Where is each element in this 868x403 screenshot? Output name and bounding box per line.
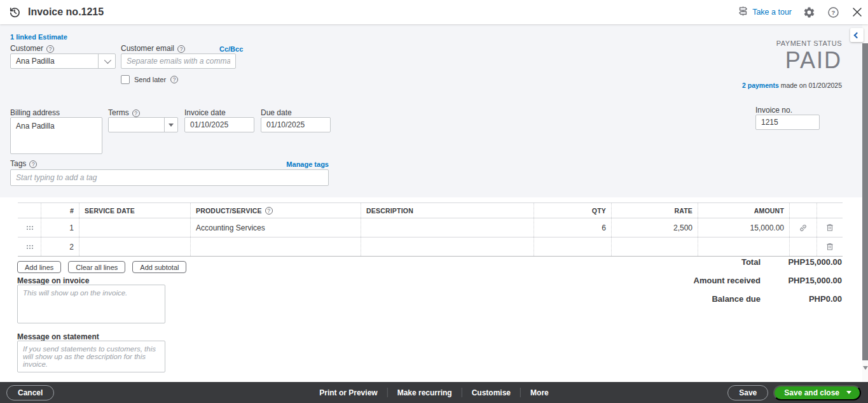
close-icon[interactable]	[850, 5, 864, 19]
tags-input[interactable]	[10, 169, 329, 186]
customise-button[interactable]: Customise	[462, 388, 520, 397]
trash-icon[interactable]	[817, 218, 843, 237]
payments-made-text: made on 01/20/2025	[779, 81, 842, 89]
save-and-close-button[interactable]: Save and close	[773, 385, 861, 400]
save-and-close-label: Save and close	[784, 388, 839, 397]
message-on-invoice-input[interactable]	[17, 285, 165, 323]
invoice-no-input[interactable]	[755, 115, 820, 130]
save-button[interactable]: Save	[727, 385, 768, 400]
customer-label: Customer	[10, 44, 54, 53]
col-header-description: DESCRIPTION	[361, 203, 534, 218]
service-date-cell[interactable]	[79, 237, 191, 256]
customer-help-icon[interactable]	[46, 45, 54, 53]
collapse-panel-button[interactable]	[850, 28, 864, 42]
balance-due-label: Balance due	[712, 294, 761, 304]
send-later-label: Send later	[134, 76, 166, 83]
make-recurring-button[interactable]: Make recurring	[388, 388, 462, 397]
linked-estimate-link[interactable]: 1 linked Estimate	[10, 33, 67, 41]
col-header-service-date: SERVICE DATE	[79, 203, 191, 218]
invoice-no-label: Invoice no.	[755, 106, 792, 115]
due-date-input[interactable]	[261, 117, 331, 132]
billing-address-input[interactable]: Ana Padilla	[10, 117, 102, 154]
customer-email-help-icon[interactable]	[177, 45, 185, 53]
manage-tags-link[interactable]: Manage tags	[286, 160, 329, 168]
save-options-caret-icon[interactable]	[846, 391, 851, 394]
more-button[interactable]: More	[521, 388, 558, 397]
qty-cell[interactable]: 6	[534, 218, 612, 237]
table-row[interactable]: 2	[18, 237, 843, 257]
col-header-delete	[817, 203, 843, 218]
customer-email-label: Customer email	[121, 44, 185, 53]
rate-cell[interactable]	[612, 237, 698, 256]
description-cell[interactable]	[361, 218, 534, 237]
invoice-form-section: 1 linked Estimate Customer Ana Padilla C…	[0, 24, 862, 197]
scrollbar-thumb[interactable]	[862, 43, 868, 360]
payments-line: 2 payments made on 01/20/2025	[742, 81, 842, 89]
invoice-date-label: Invoice date	[184, 108, 226, 117]
invoice-page: Invoice no.1215 Take a tour	[0, 0, 868, 403]
take-a-tour-button[interactable]: Take a tour	[738, 6, 792, 19]
rate-cell[interactable]: 2,500	[612, 218, 698, 237]
footer-bar: Cancel Print or Preview Make recurring C…	[0, 382, 868, 403]
terms-caret-icon[interactable]	[164, 118, 177, 132]
clear-all-lines-button[interactable]: Clear all lines	[68, 261, 125, 273]
scrollbar-down-arrow[interactable]	[862, 364, 868, 372]
terms-help-icon[interactable]	[132, 110, 140, 117]
send-later-help-icon[interactable]	[170, 76, 178, 83]
send-later-row: Send later	[121, 75, 178, 84]
terms-select[interactable]	[108, 117, 178, 132]
gear-icon[interactable]	[802, 5, 816, 19]
drag-handle[interactable]	[18, 237, 41, 256]
tour-icon	[738, 6, 748, 19]
table-row[interactable]: 1 Accounting Services 6 2,500 15,000.00	[18, 218, 843, 237]
tags-header: Tags Manage tags	[10, 159, 329, 168]
cancel-button[interactable]: Cancel	[6, 385, 54, 400]
balance-due-row: Balance due PHP0.00	[694, 294, 842, 304]
product-service-cell[interactable]: Accounting Services	[191, 218, 361, 237]
help-icon[interactable]: ?	[826, 5, 840, 19]
vertical-scrollbar[interactable]	[862, 24, 868, 382]
payments-link[interactable]: 2 payments	[742, 81, 779, 89]
print-or-preview-button[interactable]: Print or Preview	[310, 388, 387, 397]
col-header-qty: QTY	[534, 203, 612, 218]
amount-cell[interactable]: 15,000.00	[698, 218, 790, 237]
total-value: PHP15,000.00	[772, 257, 842, 267]
history-icon[interactable]	[8, 5, 22, 19]
col-header-rate: RATE	[612, 203, 698, 218]
qty-cell[interactable]	[534, 237, 612, 256]
trash-icon[interactable]	[817, 237, 843, 256]
description-cell[interactable]	[361, 237, 534, 256]
chevron-down-icon[interactable]	[98, 54, 115, 68]
customer-email-input[interactable]	[121, 53, 236, 69]
terms-label: Terms	[108, 108, 140, 117]
row-num: 2	[41, 237, 79, 256]
invoice-date-input[interactable]	[184, 117, 254, 132]
totals-panel: Total PHP15,000.00 Amount received PHP15…	[694, 257, 842, 313]
top-bar: Invoice no.1215 Take a tour	[0, 0, 868, 24]
col-header-num: #	[41, 203, 79, 218]
link-icon[interactable]	[790, 218, 817, 237]
payment-status-label: PAYMENT STATUS	[776, 39, 842, 47]
tags-help-icon[interactable]	[29, 160, 37, 168]
footer-save-group: Save Save and close	[727, 385, 861, 400]
total-row: Total PHP15,000.00	[694, 257, 842, 267]
svg-text:?: ?	[831, 9, 835, 16]
amount-cell[interactable]	[698, 237, 790, 256]
product-service-help-icon[interactable]	[265, 207, 273, 215]
service-date-cell[interactable]	[79, 218, 191, 237]
add-lines-button[interactable]: Add lines	[17, 261, 61, 273]
row-num: 1	[41, 218, 79, 237]
drag-handle[interactable]	[18, 218, 41, 237]
send-later-checkbox[interactable]	[121, 75, 130, 84]
message-on-statement-input[interactable]	[17, 341, 165, 372]
tags-label: Tags	[10, 159, 37, 168]
table-buttons: Add lines Clear all lines Add subtotal	[17, 261, 186, 273]
terms-value	[109, 118, 164, 132]
cc-bcc-link[interactable]: Cc/Bcc	[219, 45, 243, 53]
col-header-amount: AMOUNT	[698, 203, 790, 218]
amount-received-label: Amount received	[694, 276, 761, 285]
product-service-cell[interactable]	[191, 237, 361, 256]
due-date-label: Due date	[261, 108, 292, 117]
customer-select[interactable]: Ana Padilla	[10, 53, 116, 69]
add-subtotal-button[interactable]: Add subtotal	[132, 261, 186, 273]
